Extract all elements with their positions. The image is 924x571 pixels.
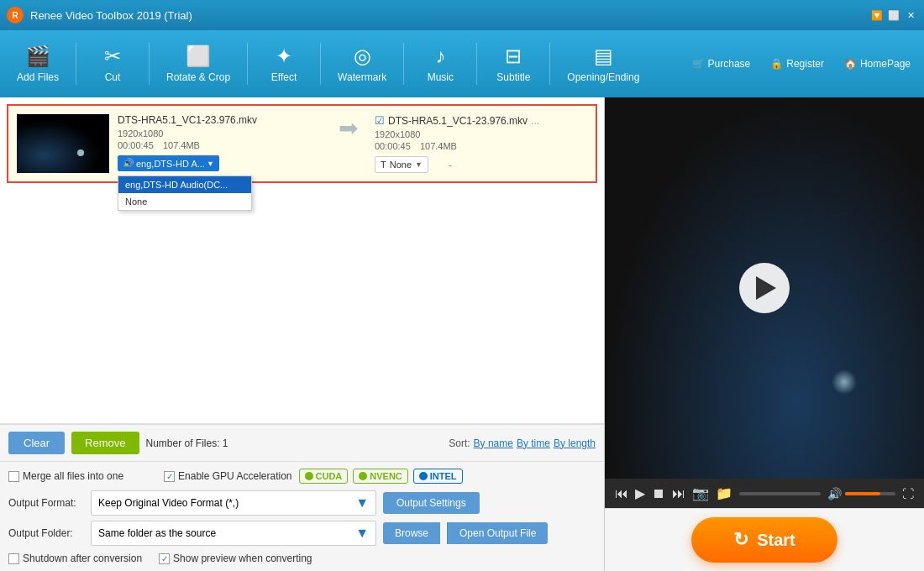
app-title: Renee Video Toolbox 2019 (Trial) — [30, 9, 192, 22]
subtitle-icon: ⊟ — [505, 45, 522, 68]
start-button[interactable]: ↻ Start — [691, 517, 837, 563]
video-star-effect — [832, 369, 857, 395]
toolbar-opening-ending[interactable]: ▤ Opening/Ending — [557, 35, 649, 92]
volume-control: 🔊 — [827, 487, 895, 500]
toolbar-divider-7 — [549, 43, 550, 85]
audio-dropdown-menu: eng,DTS-HD Audio(DC... None — [118, 175, 252, 211]
bottom-controls: Clear Remove Number of Files: 1 Sort: By… — [0, 424, 604, 461]
format-select-caret-icon: ▼ — [355, 495, 369, 511]
audio-track-dropdown[interactable]: 🔊 eng,DTS-HD A... ▼ — [118, 155, 219, 171]
toolbar-subtitle-label: Subtitle — [496, 71, 530, 83]
input-time-size: 00:00:45 107.4MB — [118, 140, 322, 150]
subtitle-dropdown[interactable]: T None ▼ — [375, 156, 428, 173]
merge-checkbox-label: Merge all files into one — [8, 470, 123, 482]
gpu-checkbox[interactable] — [164, 471, 175, 482]
audio-menu-item-1[interactable]: eng,DTS-HD Audio(DC... — [118, 176, 251, 193]
subtitle-T-icon: T — [381, 160, 386, 170]
minimize-button[interactable]: 🔽 — [870, 8, 884, 22]
clear-button[interactable]: Clear — [8, 432, 65, 454]
shutdown-checkbox[interactable] — [8, 553, 19, 564]
toolbar-divider-6 — [476, 43, 477, 85]
toolbar-watermark[interactable]: ◎ Watermark — [328, 35, 396, 92]
output-ellipsis: ... — [531, 115, 539, 127]
register-label: Register — [786, 58, 824, 70]
skip-back-button[interactable]: ⏮ — [615, 486, 628, 501]
file-thumbnail — [17, 114, 109, 173]
skip-forward-button[interactable]: ⏭ — [672, 486, 685, 501]
output-filename: DTS-HRA5.1_VC1-23.976.mkv — [388, 115, 528, 127]
homepage-button[interactable]: 🏠 HomePage — [837, 55, 917, 73]
toolbar-divider-3 — [247, 43, 248, 85]
output-subtitle-area: T None ▼ - — [375, 156, 579, 173]
toolbar-rotate-crop-label: Rotate & Crop — [166, 71, 230, 83]
audio-menu-item-none[interactable]: None — [118, 193, 251, 210]
stop-button[interactable]: ⏹ — [652, 486, 665, 501]
home-icon: 🏠 — [844, 58, 857, 70]
toolbar-cut[interactable]: ✂ Cut — [83, 35, 142, 92]
volume-fill — [845, 492, 880, 495]
add-files-icon: 🎬 — [25, 45, 50, 68]
output-settings-button[interactable]: Output Settings — [383, 492, 480, 514]
output-folder-value: Same folder as the source — [98, 527, 216, 539]
audio-track-area: 🔊 eng,DTS-HD A... ▼ eng,DTS-HD Audio(DC.… — [118, 155, 322, 171]
file-input-info: DTS-HRA5.1_VC1-23.976.mkv 1920x1080 00:0… — [109, 114, 330, 171]
toolbar-divider-1 — [76, 43, 76, 85]
register-button[interactable]: 🔒 Register — [764, 55, 831, 73]
play-triangle-icon — [756, 276, 776, 300]
play-pause-button[interactable]: ▶ — [635, 485, 645, 501]
intel-badge: INTEL — [413, 469, 463, 484]
right-panel: ⏮ ▶ ⏹ ⏭ 📷 📁 🔊 ⛶ ↻ Start — [605, 97, 924, 571]
output-time-size: 00:00:45 107.4MB — [375, 141, 579, 151]
homepage-label: HomePage — [860, 58, 911, 70]
folder-button[interactable]: 📁 — [716, 485, 732, 501]
input-filename: DTS-HRA5.1_VC1-23.976.mkv — [118, 114, 322, 126]
screenshot-button[interactable]: 📷 — [692, 485, 709, 501]
output-filename-row: ☑ DTS-HRA5.1_VC1-23.976.mkv ... — [375, 114, 579, 127]
folder-select-caret-icon: ▼ — [355, 526, 369, 541]
toolbar-divider-4 — [320, 43, 321, 85]
close-button[interactable]: ✕ — [904, 8, 917, 22]
input-resolution: 1920x1080 — [118, 128, 322, 139]
output-format-select[interactable]: Keep Original Video Format (*,) ▼ — [91, 490, 376, 516]
app-icon: R — [7, 7, 24, 24]
volume-icon: 🔊 — [827, 487, 842, 500]
fullscreen-button[interactable]: ⛶ — [902, 487, 914, 500]
play-button[interactable] — [739, 263, 790, 313]
sort-label: Sort: — [449, 437, 470, 449]
toolbar-effect[interactable]: ✦ Effect — [255, 35, 313, 92]
toolbar-divider-2 — [149, 43, 150, 85]
toolbar-music[interactable]: ♪ Music — [411, 35, 470, 92]
sort-by-time[interactable]: By time — [517, 437, 550, 449]
video-controls: ⏮ ▶ ⏹ ⏭ 📷 📁 🔊 ⛶ — [605, 479, 924, 508]
register-icon: 🔒 — [770, 58, 783, 70]
settings-top-row: Merge all files into one Enable GPU Acce… — [8, 469, 596, 484]
toolbar-subtitle[interactable]: ⊟ Subtitle — [484, 35, 543, 92]
volume-bar[interactable] — [845, 492, 895, 495]
purchase-button[interactable]: 🛒 Purchase — [685, 55, 758, 73]
toolbar-music-label: Music — [428, 71, 454, 83]
cuda-label: CUDA — [316, 471, 343, 481]
progress-bar[interactable] — [739, 492, 821, 495]
video-preview — [605, 97, 924, 479]
toolbar-rotate-crop[interactable]: ⬜ Rotate & Crop — [156, 35, 240, 92]
show-preview-checkbox[interactable] — [159, 553, 170, 564]
window-controls[interactable]: 🔽 ⬜ ✕ — [870, 8, 917, 22]
restore-button[interactable]: ⬜ — [887, 8, 900, 22]
browse-button[interactable]: Browse — [383, 522, 440, 544]
output-format-value: Keep Original Video Format (*,) — [98, 497, 239, 509]
toolbar-opening-ending-label: Opening/Ending — [567, 71, 639, 83]
toolbar-add-files[interactable]: 🎬 Add Files — [7, 35, 69, 92]
output-format-label: Output Format: — [8, 497, 84, 509]
merge-checkbox[interactable] — [8, 471, 19, 482]
output-folder-select[interactable]: Same folder as the source ▼ — [91, 521, 376, 546]
remove-button[interactable]: Remove — [71, 432, 139, 454]
audio-track-value: eng,DTS-HD A... — [136, 159, 205, 169]
sort-by-name[interactable]: By name — [474, 437, 513, 449]
gpu-badges: CUDA NVENC INTEL — [299, 469, 463, 484]
music-icon: ♪ — [435, 45, 445, 68]
sort-by-length[interactable]: By length — [554, 437, 596, 449]
nvenc-badge: NVENC — [353, 469, 408, 484]
open-output-button[interactable]: Open Output File — [447, 522, 548, 544]
show-preview-label-text: Show preview when converting — [173, 553, 312, 564]
toolbar-watermark-label: Watermark — [338, 71, 386, 83]
